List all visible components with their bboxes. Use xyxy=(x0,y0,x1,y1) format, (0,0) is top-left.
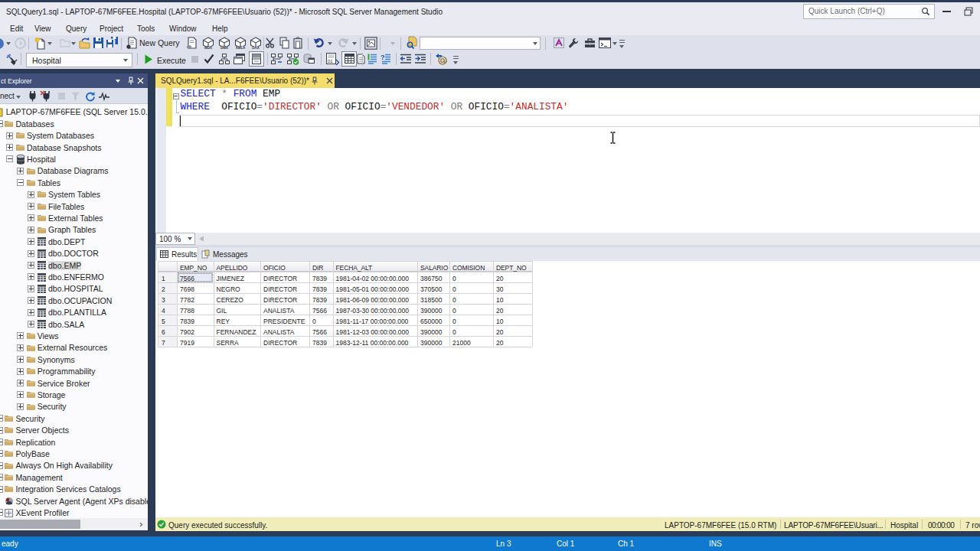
svg-text:MDX: MDX xyxy=(204,46,212,50)
svg-text:DAX: DAX xyxy=(252,46,260,50)
svg-text:XMLA: XMLA xyxy=(236,46,246,50)
svg-text:?: ? xyxy=(381,54,385,61)
svg-text:01: 01 xyxy=(328,59,333,64)
svg-text:DMX: DMX xyxy=(220,46,228,50)
